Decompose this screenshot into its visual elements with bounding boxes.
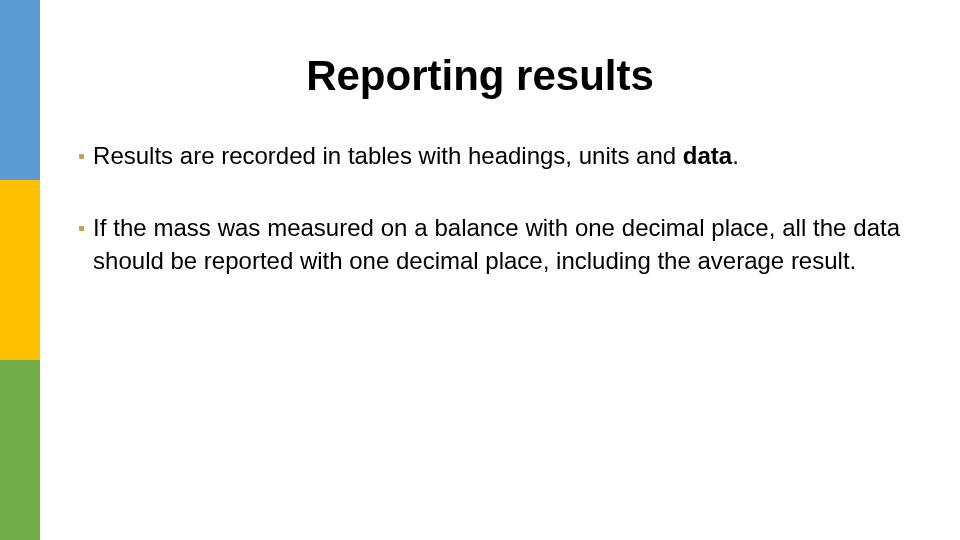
bullet-item: ▪If the mass was measured on a balance w… [78, 212, 900, 277]
sidebar-stripe [0, 180, 40, 360]
slide-title: Reporting results [0, 52, 960, 100]
sidebar-stripe [0, 360, 40, 540]
bullet-square-icon: ▪ [78, 212, 85, 244]
bullet-text: Results are recorded in tables with head… [93, 140, 739, 172]
slide-body: ▪Results are recorded in tables with hea… [78, 140, 900, 317]
bullet-text: If the mass was measured on a balance wi… [93, 212, 900, 277]
bullet-item: ▪Results are recorded in tables with hea… [78, 140, 900, 172]
bullet-square-icon: ▪ [78, 140, 85, 172]
